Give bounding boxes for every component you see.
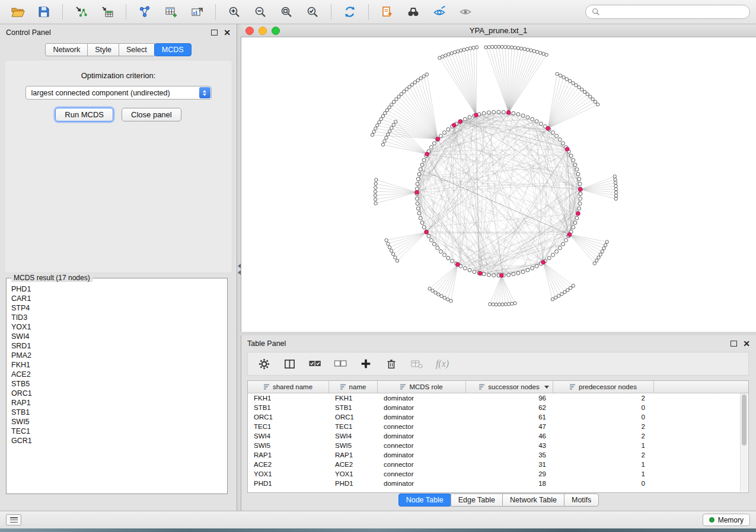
mcds-result-item[interactable]: RAP1 — [11, 398, 227, 408]
close-window-icon[interactable] — [245, 27, 254, 35]
float-panel-icon[interactable] — [731, 341, 737, 347]
mcds-result-item[interactable]: SRD1 — [11, 341, 227, 351]
column-header-label: predecessor nodes — [579, 383, 637, 390]
table-row[interactable]: ORC1ORC1dominator610 — [248, 412, 748, 422]
table-row[interactable]: RAP1RAP1dominator352 — [248, 450, 748, 460]
run-mcds-button[interactable]: Run MCDS — [55, 108, 113, 121]
cell-successor-nodes: 43 — [466, 441, 553, 450]
zoom-out-button[interactable] — [248, 2, 272, 21]
search-input[interactable] — [604, 7, 744, 17]
apply-layout-button[interactable] — [338, 2, 362, 21]
mcds-result-item[interactable]: CAR1 — [11, 294, 227, 303]
cell-filler — [654, 460, 748, 469]
table-row[interactable]: STB1STB1dominator620 — [248, 403, 748, 412]
minimize-window-icon[interactable] — [259, 27, 267, 35]
mcds-result-list[interactable]: PHD1CAR1STP4TID3YOX1SWI4SRD1PMA2FKH1ACE2… — [7, 282, 227, 491]
column-header-shared-name[interactable]: shared name — [248, 381, 329, 393]
new-network-button[interactable] — [133, 2, 157, 21]
close-panel-button[interactable]: Close panel — [122, 108, 181, 121]
mcds-result-item[interactable]: YOX1 — [11, 322, 227, 332]
mcds-result-item[interactable]: PMA2 — [11, 351, 227, 360]
edit-view-button[interactable] — [428, 2, 451, 21]
table-row[interactable]: PHD1PHD1dominator180 — [248, 479, 748, 488]
mcds-result-item[interactable]: FKH1 — [11, 360, 227, 370]
cell-filler — [654, 393, 748, 403]
import-network-button[interactable] — [69, 2, 93, 21]
column-header-name[interactable]: name — [329, 381, 378, 393]
mcds-result-item[interactable]: TEC1 — [11, 427, 227, 436]
mcds-result-item[interactable]: STP4 — [11, 303, 227, 313]
close-panel-x-icon[interactable]: ✕ — [743, 340, 750, 347]
table-row[interactable]: FKH1FKH1dominator962 — [248, 393, 748, 403]
new-table-button[interactable] — [159, 2, 183, 21]
cell-predecessor-nodes: 0 — [553, 479, 654, 488]
table-settings-button[interactable] — [256, 356, 272, 371]
tab-node-table[interactable]: Node Table — [398, 493, 451, 507]
import-table-button[interactable] — [95, 2, 119, 21]
column-header-mcds-role[interactable]: MCDS role — [378, 381, 466, 393]
criterion-dropdown[interactable]: largest connected component (undirected) — [25, 86, 212, 100]
mcds-result-item[interactable]: ORC1 — [11, 389, 227, 398]
network-graph[interactable] — [241, 37, 756, 332]
close-panel-x-icon[interactable]: ✕ — [224, 29, 231, 36]
share-document-button[interactable] — [375, 2, 399, 21]
tab-mcds[interactable]: MCDS — [154, 43, 192, 56]
tab-motifs[interactable]: Motifs — [564, 493, 599, 507]
show-hide-button[interactable] — [454, 2, 477, 21]
show-columns-button[interactable] — [282, 356, 297, 371]
select-all-button[interactable] — [307, 356, 323, 371]
add-row-button[interactable] — [358, 356, 374, 371]
float-panel-icon[interactable] — [211, 30, 218, 36]
column-header-predecessor-nodes[interactable]: predecessor nodes — [553, 381, 654, 393]
tab-network-table[interactable]: Network Table — [502, 493, 564, 507]
deselect-all-button[interactable] — [333, 356, 348, 371]
open-session-button[interactable] — [6, 2, 30, 21]
tab-network[interactable]: Network — [45, 43, 88, 56]
export-image-button[interactable] — [185, 2, 209, 21]
column-header-successor-nodes[interactable]: successor nodes — [466, 381, 553, 393]
memory-button[interactable]: Memory — [703, 514, 750, 526]
delete-row-button[interactable] — [384, 356, 399, 371]
tab-select[interactable]: Select — [119, 43, 155, 56]
maximize-window-icon[interactable] — [272, 27, 280, 35]
zoom-in-button[interactable] — [222, 2, 246, 21]
zoom-fit-button[interactable] — [275, 2, 298, 21]
sort-chevron-icon — [544, 386, 549, 389]
delete-table-button[interactable] — [409, 356, 425, 371]
table-row[interactable]: YOX1YOX1connector291 — [248, 469, 748, 479]
mcds-result-item[interactable]: STB5 — [11, 379, 227, 389]
status-menu-button[interactable] — [6, 514, 21, 525]
cell-name: STB1 — [329, 403, 378, 412]
mcds-result-item[interactable]: STB1 — [11, 408, 227, 417]
tab-edge-table[interactable]: Edge Table — [451, 493, 503, 507]
plus-icon — [360, 358, 372, 370]
cell-successor-nodes: 62 — [466, 403, 553, 412]
function-builder-button[interactable]: f(x) — [435, 356, 450, 371]
cell-predecessor-nodes: 1 — [553, 441, 654, 450]
tab-style[interactable]: Style — [87, 43, 119, 56]
scrollbar-thumb[interactable] — [742, 395, 747, 446]
mcds-result-item[interactable]: ACE2 — [11, 370, 227, 379]
table-scrollbar[interactable] — [740, 393, 748, 492]
eye-icon — [459, 5, 472, 18]
mcds-result-item[interactable]: TID3 — [11, 313, 227, 322]
mcds-result-item[interactable]: GCR1 — [11, 436, 227, 446]
search-network-button[interactable] — [401, 2, 425, 21]
mcds-result-item[interactable]: SWI4 — [11, 332, 227, 341]
table-row[interactable]: TEC1TEC1connector472 — [248, 422, 748, 431]
columns-icon — [283, 358, 296, 370]
table-row[interactable]: ACE2ACE2connector311 — [248, 460, 748, 469]
search-box[interactable] — [585, 5, 750, 19]
table-row[interactable]: SWI5SWI5connector431 — [248, 441, 748, 450]
mcds-result-item[interactable]: PHD1 — [11, 284, 227, 294]
zoom-selected-button[interactable] — [301, 2, 324, 21]
network-window-titlebar[interactable]: YPA_prune.txt_1 — [241, 24, 756, 37]
cell-name: PHD1 — [329, 479, 378, 488]
dropdown-stepper-icon — [199, 87, 210, 98]
save-session-button[interactable] — [32, 2, 56, 21]
mcds-result-item[interactable]: SWI5 — [11, 417, 227, 427]
table-row[interactable]: SWI4SWI4dominator462 — [248, 431, 748, 441]
list-icon — [10, 517, 18, 523]
cell-name: ORC1 — [329, 412, 378, 422]
network-canvas[interactable] — [241, 37, 756, 332]
